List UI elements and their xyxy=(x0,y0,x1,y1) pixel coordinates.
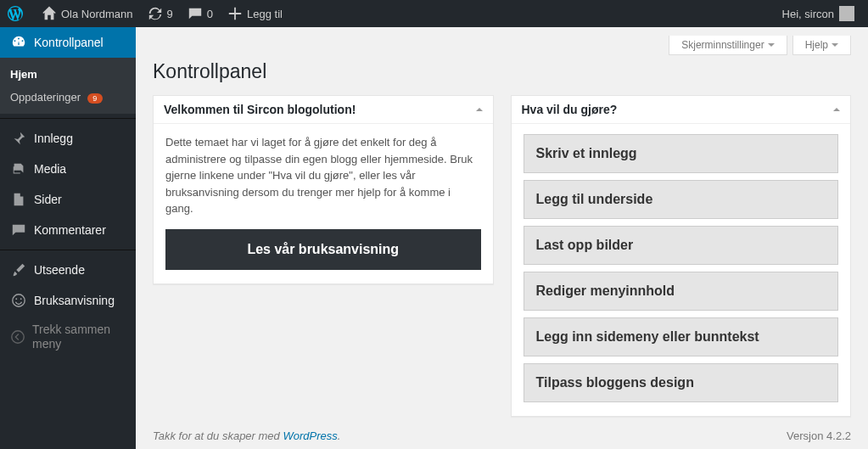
column-left: Velkommen til Sircon blogolution! Dette … xyxy=(153,95,494,301)
plus-icon xyxy=(227,5,244,22)
menu-media-label: Media xyxy=(34,162,66,176)
refresh-icon xyxy=(147,5,164,22)
admin-sidebar: Kontrollpanel Hjem Oppdateringer 9 Innle… xyxy=(0,27,136,449)
action-add-sidebar-footer[interactable]: Legg inn sidemeny eller bunntekst xyxy=(524,317,839,356)
comment-icon xyxy=(187,5,204,22)
updates-count: 9 xyxy=(167,8,173,20)
read-manual-button[interactable]: Les vår bruksanvisning xyxy=(165,229,481,270)
panel-toggle[interactable] xyxy=(476,104,483,115)
menu-manual[interactable]: Bruksanvisning xyxy=(0,285,136,316)
media-icon xyxy=(10,160,27,177)
site-name-link[interactable]: Ola Nordmann xyxy=(34,0,140,27)
footer-version: Versjon 4.2.2 xyxy=(787,429,851,442)
site-name-text: Ola Nordmann xyxy=(61,8,133,20)
svg-point-1 xyxy=(15,298,17,300)
admin-bar: Ola Nordmann 9 0 Legg til Hei, sircon xyxy=(0,0,868,27)
wp-logo[interactable] xyxy=(0,0,34,27)
menu-media[interactable]: Media xyxy=(0,154,136,184)
action-edit-menu[interactable]: Rediger menyinnhold xyxy=(524,272,839,311)
menu-pages-label: Sider xyxy=(34,193,62,206)
greeting-text: Hei, sircon xyxy=(782,8,834,20)
menu-dashboard[interactable]: Kontrollpanel xyxy=(0,27,136,58)
page-icon xyxy=(10,191,27,208)
comments-count: 0 xyxy=(207,8,213,20)
brush-icon xyxy=(10,261,27,278)
dashboard-icon xyxy=(10,34,27,51)
actions-body: Skriv et innlegg Legg til underside Last… xyxy=(512,124,851,416)
dashboard-submenu: Hjem Oppdateringer 9 xyxy=(0,58,136,114)
actions-panel: Hva vil du gjøre? Skriv et innlegg Legg … xyxy=(511,95,852,417)
footer: Takk for at du skaper med WordPress. Ver… xyxy=(153,429,851,442)
screen-options-button[interactable]: Skjerminnstillinger xyxy=(669,36,787,55)
welcome-title: Velkommen til Sircon blogolution! xyxy=(164,103,356,116)
content-area: Skjerminnstillinger Hjelp Kontrollpanel … xyxy=(136,27,868,449)
avatar xyxy=(839,6,854,21)
wordpress-icon xyxy=(7,5,24,22)
menu-pages[interactable]: Sider xyxy=(0,184,136,215)
welcome-panel: Velkommen til Sircon blogolution! Dette … xyxy=(153,95,494,284)
comments-link[interactable]: 0 xyxy=(180,0,220,27)
menu-collapse[interactable]: Trekk sammen meny xyxy=(0,316,136,358)
admin-bar-right: Hei, sircon xyxy=(776,0,861,27)
footer-thanks: Takk for at du skaper med WordPress. xyxy=(153,429,340,442)
smiley-icon xyxy=(10,292,27,309)
panel-toggle[interactable] xyxy=(833,104,840,115)
menu-dashboard-label: Kontrollpanel xyxy=(34,36,104,49)
chevron-up-icon xyxy=(833,104,840,111)
menu-appearance[interactable]: Utseende xyxy=(0,255,136,285)
screen-meta: Skjerminnstillinger Hjelp xyxy=(153,36,851,55)
action-customize-design[interactable]: Tilpass bloggens design xyxy=(524,363,839,402)
submenu-home[interactable]: Hjem xyxy=(0,63,136,86)
menu-posts[interactable]: Innlegg xyxy=(0,123,136,154)
chevron-up-icon xyxy=(476,104,483,111)
svg-point-3 xyxy=(12,331,24,343)
home-icon xyxy=(41,5,58,22)
footer-thanks-prefix: Takk for at du skaper med xyxy=(153,429,283,442)
actions-panel-header: Hva vil du gjøre? xyxy=(512,96,851,124)
action-write-post[interactable]: Skriv et innlegg xyxy=(524,134,839,173)
menu-separator-2 xyxy=(0,250,136,250)
wordpress-link[interactable]: WordPress xyxy=(283,429,337,442)
help-label: Hjelp xyxy=(805,39,828,51)
menu-comments[interactable]: Kommentarer xyxy=(0,215,136,245)
add-new-link[interactable]: Legg til xyxy=(220,0,289,27)
pin-icon xyxy=(10,130,27,147)
dashboard-widgets: Velkommen til Sircon blogolution! Dette … xyxy=(153,95,851,434)
welcome-panel-header: Velkommen til Sircon blogolution! xyxy=(154,96,493,124)
column-right: Hva vil du gjøre? Skriv et innlegg Legg … xyxy=(511,95,852,434)
add-new-text: Legg til xyxy=(247,8,283,20)
action-upload-images[interactable]: Last opp bilder xyxy=(524,226,839,265)
footer-period: . xyxy=(338,429,341,442)
updates-link[interactable]: 9 xyxy=(140,0,180,27)
action-list: Skriv et innlegg Legg til underside Last… xyxy=(524,134,839,402)
page-title: Kontrollpanel xyxy=(153,60,851,83)
menu-collapse-label: Trekk sammen meny xyxy=(32,323,126,351)
my-account[interactable]: Hei, sircon xyxy=(776,0,861,27)
collapse-icon xyxy=(10,328,25,345)
updates-badge: 9 xyxy=(87,93,103,104)
chevron-down-icon xyxy=(768,43,775,50)
menu-posts-label: Innlegg xyxy=(34,132,73,145)
welcome-text: Dette temaet har vi laget for å gjøre de… xyxy=(165,134,481,217)
menu-separator xyxy=(0,118,136,119)
submenu-updates[interactable]: Oppdateringer 9 xyxy=(0,86,136,109)
actions-title: Hva vil du gjøre? xyxy=(522,103,618,116)
screen-options-label: Skjerminnstillinger xyxy=(681,39,764,51)
menu-appearance-label: Utseende xyxy=(34,263,85,277)
comments-icon xyxy=(10,222,27,239)
chevron-down-icon xyxy=(832,43,838,50)
action-add-subpage[interactable]: Legg til underside xyxy=(524,180,839,219)
menu-comments-label: Kommentarer xyxy=(34,223,106,237)
help-button[interactable]: Hjelp xyxy=(792,36,851,55)
admin-bar-left: Ola Nordmann 9 0 Legg til xyxy=(0,0,289,27)
welcome-body: Dette temaet har vi laget for å gjøre de… xyxy=(154,124,493,283)
menu-manual-label: Bruksanvisning xyxy=(34,294,115,307)
submenu-updates-label: Oppdateringer xyxy=(10,91,81,104)
svg-point-2 xyxy=(20,298,22,300)
